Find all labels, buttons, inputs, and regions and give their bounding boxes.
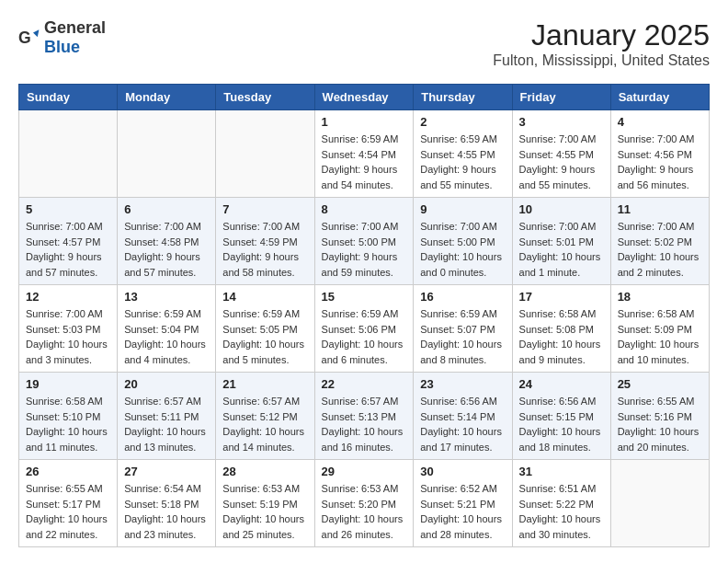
- calendar-day-cell: 15Sunrise: 6:59 AM Sunset: 5:06 PM Dayli…: [314, 285, 414, 373]
- day-number: 6: [124, 202, 209, 216]
- calendar-day-cell: 25Sunrise: 6:55 AM Sunset: 5:16 PM Dayli…: [610, 373, 709, 460]
- day-number: 30: [420, 465, 505, 478]
- calendar-day-cell: 21Sunrise: 6:57 AM Sunset: 5:12 PM Dayli…: [216, 373, 314, 460]
- calendar-day-cell: 27Sunrise: 6:54 AM Sunset: 5:18 PM Dayli…: [118, 460, 216, 547]
- day-number: 10: [519, 202, 604, 216]
- calendar-day-cell: 14Sunrise: 6:59 AM Sunset: 5:05 PM Dayli…: [216, 285, 314, 373]
- day-info: Sunrise: 7:00 AM Sunset: 5:03 PM Dayligh…: [26, 306, 110, 367]
- day-number: 29: [322, 465, 407, 478]
- day-info: Sunrise: 7:00 AM Sunset: 5:02 PM Dayligh…: [618, 219, 702, 280]
- day-number: 19: [26, 377, 110, 391]
- calendar-day-cell: 29Sunrise: 6:53 AM Sunset: 5:20 PM Dayli…: [314, 460, 414, 547]
- calendar-day-cell: 30Sunrise: 6:52 AM Sunset: 5:21 PM Dayli…: [414, 460, 512, 547]
- calendar-day-cell: 28Sunrise: 6:53 AM Sunset: 5:19 PM Dayli…: [216, 460, 314, 547]
- day-number: 9: [420, 202, 505, 216]
- day-number: 24: [519, 377, 604, 391]
- day-number: 26: [26, 465, 110, 478]
- day-number: 16: [420, 290, 505, 304]
- day-info: Sunrise: 6:59 AM Sunset: 5:04 PM Dayligh…: [124, 306, 209, 367]
- day-info: Sunrise: 6:57 AM Sunset: 5:11 PM Dayligh…: [124, 394, 209, 454]
- day-info: Sunrise: 6:59 AM Sunset: 5:07 PM Dayligh…: [420, 306, 505, 367]
- day-number: 21: [222, 377, 307, 391]
- calendar-day-cell: 22Sunrise: 6:57 AM Sunset: 5:13 PM Dayli…: [314, 373, 414, 460]
- day-number: 1: [322, 115, 407, 129]
- day-number: 20: [124, 377, 209, 391]
- day-number: 31: [519, 465, 604, 478]
- calendar-day-cell: 3Sunrise: 7:00 AM Sunset: 4:55 PM Daylig…: [512, 110, 610, 198]
- logo-blue-text: Blue: [44, 38, 80, 56]
- weekday-header-friday: Friday: [512, 85, 610, 110]
- day-info: Sunrise: 6:58 AM Sunset: 5:08 PM Dayligh…: [519, 306, 604, 367]
- day-info: Sunrise: 7:00 AM Sunset: 4:58 PM Dayligh…: [124, 219, 209, 280]
- day-info: Sunrise: 6:53 AM Sunset: 5:20 PM Dayligh…: [322, 481, 407, 542]
- calendar-day-cell: 24Sunrise: 6:56 AM Sunset: 5:15 PM Dayli…: [512, 373, 610, 460]
- day-info: Sunrise: 6:59 AM Sunset: 5:05 PM Dayligh…: [222, 306, 307, 367]
- day-info: Sunrise: 6:54 AM Sunset: 5:18 PM Dayligh…: [124, 481, 209, 542]
- calendar-day-cell: 16Sunrise: 6:59 AM Sunset: 5:07 PM Dayli…: [414, 285, 512, 373]
- day-number: 18: [618, 290, 702, 304]
- calendar-day-cell: 19Sunrise: 6:58 AM Sunset: 5:10 PM Dayli…: [19, 373, 118, 460]
- day-number: 7: [222, 202, 307, 216]
- day-number: 13: [124, 290, 209, 304]
- calendar-day-cell: 7Sunrise: 7:00 AM Sunset: 4:59 PM Daylig…: [216, 198, 314, 285]
- day-info: Sunrise: 7:00 AM Sunset: 4:56 PM Dayligh…: [618, 132, 702, 192]
- calendar-week-row: 5Sunrise: 7:00 AM Sunset: 4:57 PM Daylig…: [19, 198, 710, 285]
- day-info: Sunrise: 6:55 AM Sunset: 5:16 PM Dayligh…: [618, 394, 702, 454]
- day-info: Sunrise: 6:55 AM Sunset: 5:17 PM Dayligh…: [26, 481, 110, 542]
- weekday-header-saturday: Saturday: [610, 85, 709, 110]
- day-info: Sunrise: 7:00 AM Sunset: 5:01 PM Dayligh…: [519, 219, 604, 280]
- calendar-day-cell: 13Sunrise: 6:59 AM Sunset: 5:04 PM Dayli…: [118, 285, 216, 373]
- day-info: Sunrise: 7:00 AM Sunset: 4:57 PM Dayligh…: [26, 219, 110, 280]
- day-info: Sunrise: 6:56 AM Sunset: 5:14 PM Dayligh…: [420, 394, 505, 454]
- day-info: Sunrise: 7:00 AM Sunset: 4:55 PM Dayligh…: [519, 132, 604, 192]
- day-number: 14: [222, 290, 307, 304]
- calendar-week-row: 26Sunrise: 6:55 AM Sunset: 5:17 PM Dayli…: [19, 460, 710, 547]
- weekday-header-row: SundayMondayTuesdayWednesdayThursdayFrid…: [19, 85, 710, 110]
- day-number: 12: [26, 290, 110, 304]
- calendar-week-row: 12Sunrise: 7:00 AM Sunset: 5:03 PM Dayli…: [19, 285, 710, 373]
- calendar-day-cell: 26Sunrise: 6:55 AM Sunset: 5:17 PM Dayli…: [19, 460, 118, 547]
- day-number: 15: [322, 290, 407, 304]
- calendar-table: SundayMondayTuesdayWednesdayThursdayFrid…: [18, 84, 710, 547]
- day-number: 22: [322, 377, 407, 391]
- day-number: 17: [519, 290, 604, 304]
- day-info: Sunrise: 6:58 AM Sunset: 5:09 PM Dayligh…: [618, 306, 702, 367]
- day-info: Sunrise: 6:52 AM Sunset: 5:21 PM Dayligh…: [420, 481, 505, 542]
- calendar-day-cell: 10Sunrise: 7:00 AM Sunset: 5:01 PM Dayli…: [512, 198, 610, 285]
- day-info: Sunrise: 6:57 AM Sunset: 5:12 PM Dayligh…: [222, 394, 307, 454]
- location-title: Fulton, Mississippi, United States: [493, 52, 710, 69]
- weekday-header-sunday: Sunday: [19, 85, 118, 110]
- day-info: Sunrise: 7:00 AM Sunset: 5:00 PM Dayligh…: [420, 219, 505, 280]
- day-number: 27: [124, 465, 209, 478]
- day-number: 23: [420, 377, 505, 391]
- calendar-day-cell: 20Sunrise: 6:57 AM Sunset: 5:11 PM Dayli…: [118, 373, 216, 460]
- calendar-day-cell: [216, 110, 314, 198]
- weekday-header-tuesday: Tuesday: [216, 85, 314, 110]
- logo-icon: G: [18, 27, 40, 49]
- calendar-day-cell: 2Sunrise: 6:59 AM Sunset: 4:55 PM Daylig…: [414, 110, 512, 198]
- day-info: Sunrise: 6:56 AM Sunset: 5:15 PM Dayligh…: [519, 394, 604, 454]
- day-info: Sunrise: 7:00 AM Sunset: 4:59 PM Dayligh…: [222, 219, 307, 280]
- day-number: 25: [618, 377, 702, 391]
- calendar-day-cell: 1Sunrise: 6:59 AM Sunset: 4:54 PM Daylig…: [314, 110, 414, 198]
- page-header: G General Blue January 2025 Fulton, Miss…: [18, 18, 710, 69]
- svg-text:G: G: [18, 29, 31, 47]
- calendar-day-cell: 4Sunrise: 7:00 AM Sunset: 4:56 PM Daylig…: [610, 110, 709, 198]
- day-info: Sunrise: 6:51 AM Sunset: 5:22 PM Dayligh…: [519, 481, 604, 542]
- day-number: 3: [519, 115, 604, 129]
- day-info: Sunrise: 6:53 AM Sunset: 5:19 PM Dayligh…: [222, 481, 307, 542]
- weekday-header-wednesday: Wednesday: [314, 85, 414, 110]
- calendar-day-cell: [19, 110, 118, 198]
- calendar-week-row: 19Sunrise: 6:58 AM Sunset: 5:10 PM Dayli…: [19, 373, 710, 460]
- day-number: 28: [222, 465, 307, 478]
- day-info: Sunrise: 7:00 AM Sunset: 5:00 PM Dayligh…: [322, 219, 407, 280]
- calendar-day-cell: 31Sunrise: 6:51 AM Sunset: 5:22 PM Dayli…: [512, 460, 610, 547]
- day-number: 2: [420, 115, 505, 129]
- calendar-day-cell: 12Sunrise: 7:00 AM Sunset: 5:03 PM Dayli…: [19, 285, 118, 373]
- title-section: January 2025 Fulton, Mississippi, United…: [493, 18, 710, 69]
- weekday-header-monday: Monday: [118, 85, 216, 110]
- svg-marker-1: [33, 29, 39, 37]
- calendar-day-cell: 18Sunrise: 6:58 AM Sunset: 5:09 PM Dayli…: [610, 285, 709, 373]
- day-number: 5: [26, 202, 110, 216]
- day-info: Sunrise: 6:59 AM Sunset: 4:54 PM Dayligh…: [322, 132, 407, 192]
